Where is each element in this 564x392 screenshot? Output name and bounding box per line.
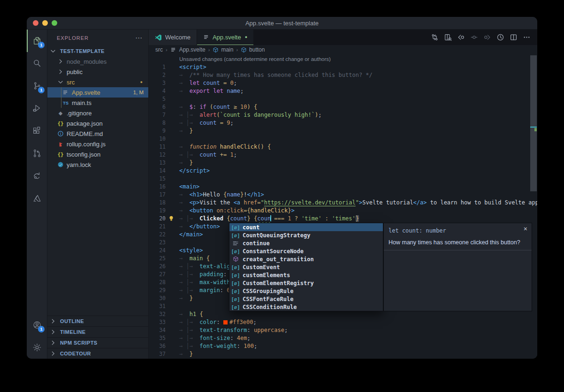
tab-bar: WelcomeApp.svelte● — [149, 30, 537, 45]
activity-item-accounts[interactable]: 1 — [27, 314, 47, 336]
sidebar-section-timeline[interactable]: TIMELINE — [47, 326, 148, 337]
breadcrumb-item-main[interactable]: main — [213, 46, 233, 53]
code-line[interactable]: 36→ │→ font-weight: 100; — [149, 342, 537, 350]
gitlens-annotation-line[interactable]: Unsaved changes (cannot determine recent… — [149, 55, 537, 63]
breadcrumb-item-src[interactable]: src — [155, 46, 163, 53]
code-line[interactable]: 37→ } — [149, 350, 537, 358]
code-line[interactable]: 19→ <button on:click={handleClick}> — [149, 207, 537, 215]
line-number: 2 — [149, 71, 166, 79]
code-line[interactable]: 32→ h1 { — [149, 310, 537, 318]
suggest-item-customelementregistry[interactable]: [∅]CustomElementRegistry — [229, 279, 383, 287]
suggest-item-cssgroupingrule[interactable]: [∅]CSSGroupingRule — [229, 287, 383, 295]
tree-item-main-ts[interactable]: TSmain.ts — [47, 98, 148, 108]
code-line[interactable]: 35→ │→ font-size: 4em; — [149, 334, 537, 342]
code-line[interactable]: 11→ function handleClick() { — [149, 143, 537, 151]
variable-icon: [∅] — [231, 288, 240, 294]
project-root-row[interactable]: TEST-TEMPLATE — [47, 46, 148, 56]
code-line[interactable]: 13→ } — [149, 159, 537, 167]
code-text: → <button on:click={handleClick}> — [166, 207, 295, 215]
tree-item-label: main.ts — [72, 99, 91, 106]
activity-item-live-share[interactable] — [27, 165, 47, 187]
tree-item--gitignore[interactable]: ◆.gitignore — [47, 108, 148, 118]
code-line[interactable]: 4→ export let name; — [149, 87, 537, 95]
suggest-item-count[interactable]: [∅]count — [229, 223, 383, 231]
suggest-item-countqueuingstrategy[interactable]: [∅]CountQueuingStrategy — [229, 231, 383, 239]
tree-item-public[interactable]: public — [47, 67, 148, 77]
breadcrumb-item-button[interactable]: button — [241, 46, 265, 53]
code-text — [166, 239, 179, 247]
code-text: → │→ count = 9; — [166, 119, 234, 127]
activity-item-source-control[interactable]: 1 — [27, 75, 47, 97]
git-compare-icon[interactable] — [429, 31, 441, 43]
suggest-item-cssfontfacerule[interactable]: [∅]CSSFontFaceRule — [229, 295, 383, 303]
suggest-item-create-out-transition[interactable]: create_out_transition — [229, 255, 383, 263]
code-line[interactable]: 15 — [149, 175, 537, 183]
code-line[interactable]: 2→ /** How many times has someone clicke… — [149, 71, 537, 79]
code-line[interactable]: 5 — [149, 95, 537, 103]
code-line[interactable]: 14</script> — [149, 167, 537, 175]
activity-item-search[interactable] — [27, 52, 47, 75]
suggest-item-continue[interactable]: continue — [229, 239, 383, 247]
editor-content[interactable]: Unsaved changes (cannot determine recent… — [149, 54, 537, 359]
sidebar-section-codetour[interactable]: CODETOUR — [47, 348, 148, 359]
more-actions-icon[interactable]: ⋯ — [135, 34, 143, 42]
code-line[interactable]: 17→ <h1>Hello {name}!</h1> — [149, 191, 537, 199]
activity-item-azure[interactable] — [27, 187, 47, 210]
tree-item-node-modules[interactable]: node_modules — [47, 56, 148, 67]
close-window-button[interactable] — [33, 20, 38, 26]
code-line[interactable]: 18→ <p>Visit the <a href="https://svelte… — [149, 199, 537, 207]
variable-icon: [∅] — [231, 233, 240, 238]
run-or-debug-icon[interactable] — [495, 31, 506, 43]
title-bar[interactable]: App.svelte — test-template — [27, 17, 537, 30]
tree-item-app-svelte[interactable]: App.svelte1, M — [47, 87, 148, 98]
navigate-forward-icon[interactable] — [481, 31, 493, 43]
code-line[interactable]: 1<script> — [149, 63, 537, 71]
activity-item-settings[interactable] — [27, 336, 47, 359]
tree-item-yarn-lock[interactable]: yarn.lock — [47, 159, 148, 170]
symbol-cube-icon — [241, 47, 247, 53]
open-changes-icon[interactable] — [442, 31, 454, 43]
more-actions-icon[interactable] — [521, 31, 533, 43]
breadcrumb-item-app-svelte[interactable]: App.svelte — [170, 46, 206, 53]
tree-item-rollup-config-js[interactable]: rollup.config.js — [47, 139, 148, 149]
minimize-window-button[interactable] — [42, 20, 48, 26]
code-line[interactable]: 16<main> — [149, 183, 537, 191]
suggest-item-customelements[interactable]: [∅]customElements — [229, 271, 383, 279]
tab-app-svelte[interactable]: App.svelte● — [197, 30, 253, 45]
sidebar-section-outline[interactable]: OUTLINE — [47, 316, 148, 326]
sidebar-section-npm-scripts[interactable]: NPM SCRIPTS — [47, 337, 148, 348]
scrollbar-thumb[interactable] — [530, 55, 537, 191]
split-editor-icon[interactable] — [508, 31, 519, 43]
code-text: Unsaved changes (cannot determine recent… — [166, 55, 331, 63]
activity-item-explorer[interactable]: 1 — [27, 30, 47, 52]
code-line[interactable]: 20→ │→ Clicked {count} {coun === 1 ? 'ti… — [149, 215, 537, 223]
navigate-previous-icon[interactable] — [468, 31, 480, 43]
code-line[interactable]: 33→ │→ color: #ff3e00; — [149, 318, 537, 326]
tree-item-src[interactable]: src● — [47, 77, 148, 87]
project-root-label: TEST-TEMPLATE — [60, 48, 105, 54]
activity-item-github-pull-request[interactable] — [27, 142, 47, 165]
suggest-item-customevent[interactable]: [∅]CustomEvent — [229, 263, 383, 271]
code-line[interactable]: 34→ │→ text-transform: uppercase; — [149, 326, 537, 334]
suggest-item-constantsourcenode[interactable]: [∅]ConstantSourceNode — [229, 247, 383, 255]
code-line[interactable]: 6→ $: if (count ≥ 10) { — [149, 103, 537, 111]
code-line[interactable]: 8→ │→ count = 9; — [149, 119, 537, 127]
lightbulb-icon[interactable] — [168, 215, 175, 222]
tree-item-package-json[interactable]: {}package.json — [47, 118, 148, 128]
zoom-window-button[interactable] — [52, 20, 57, 26]
tree-item-tsconfig-json[interactable]: {}tsconfig.json — [47, 149, 148, 159]
activity-item-extensions[interactable] — [27, 120, 47, 142]
code-line[interactable]: 7→ │→ alert(`count is dangerously high!`… — [149, 111, 537, 119]
code-line[interactable]: 3→ let count = 0; — [149, 79, 537, 87]
tree-item-readme-md[interactable]: README.md — [47, 128, 148, 139]
code-line[interactable]: 10 — [149, 135, 537, 143]
activity-item-run-debug[interactable] — [27, 97, 47, 120]
suggest-item-cssconditionrule[interactable]: [∅]CSSConditionRule — [229, 303, 383, 311]
navigate-back-icon[interactable] — [455, 31, 467, 43]
vertical-scrollbar[interactable] — [530, 54, 537, 359]
tab-welcome[interactable]: Welcome — [149, 30, 197, 45]
code-line[interactable]: 12→ │→ count += 1; — [149, 151, 537, 159]
close-icon[interactable]: × — [524, 226, 527, 232]
code-line[interactable]: 9→ } — [149, 127, 537, 135]
modified-dot-badge: ● — [140, 80, 143, 84]
